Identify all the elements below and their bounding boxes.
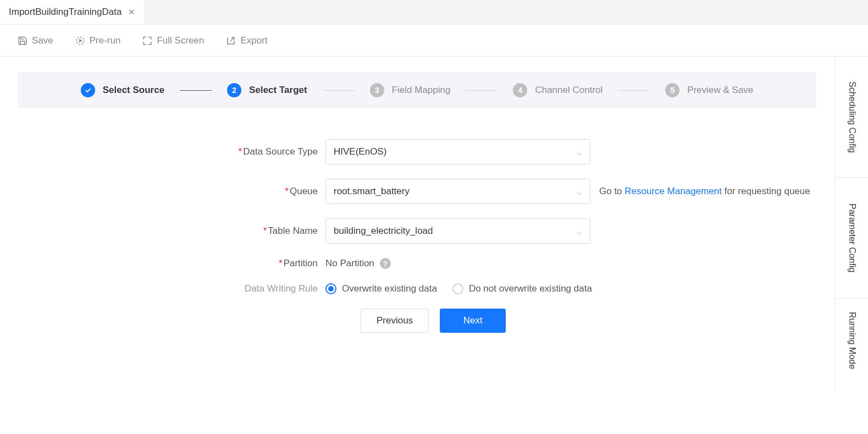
step-label: Select Source	[103, 85, 164, 96]
chevron-down-icon: ⌵	[577, 186, 582, 197]
label-queue: *Queue	[18, 186, 325, 197]
select-value: root.smart_battery	[334, 186, 410, 197]
export-icon	[226, 36, 236, 46]
step-label: Channel Control	[535, 85, 602, 96]
step-label: Field Mapping	[392, 85, 451, 96]
main-content: Select Source 2 Select Target 3 Field Ma…	[0, 57, 834, 333]
close-icon[interactable]: ✕	[128, 7, 135, 17]
queue-hint: Go to Resource Management for requesting…	[599, 186, 810, 197]
save-button[interactable]: Save	[18, 35, 53, 46]
step-number: 3	[370, 83, 384, 97]
select-table-name[interactable]: building_electricity_load ⌵	[325, 218, 590, 244]
step-separator	[180, 90, 212, 91]
radio-checked-icon	[325, 283, 336, 294]
tab-active[interactable]: ImportBuildingTrainingData ✕	[0, 0, 144, 24]
step-preview-save[interactable]: 5 Preview & Save	[665, 83, 753, 97]
step-number: 4	[513, 83, 527, 97]
tab-bar: ImportBuildingTrainingData ✕	[0, 0, 868, 25]
select-value: building_electricity_load	[334, 226, 433, 237]
button-row: Previous Next	[361, 309, 816, 333]
row-table-name: *Table Name building_electricity_load ⌵	[18, 218, 816, 244]
step-separator	[323, 90, 355, 91]
export-button[interactable]: Export	[226, 35, 267, 46]
side-tabs: Scheduling Config Parameter Config Runni…	[835, 57, 868, 391]
row-data-source-type: *Data Source Type HIVE(EnOS) ⌵	[18, 139, 816, 164]
step-select-source[interactable]: Select Source	[81, 83, 164, 97]
save-icon	[18, 36, 27, 46]
radio-unchecked-icon	[452, 283, 463, 294]
partition-value: No Partition ?	[325, 258, 391, 269]
label-partition: *Partition	[18, 258, 325, 269]
chevron-down-icon: ⌵	[577, 226, 582, 237]
select-queue[interactable]: root.smart_battery ⌵	[325, 179, 590, 204]
radio-label: Overwrite existing data	[342, 283, 437, 294]
fullscreen-label: Full Screen	[157, 35, 204, 46]
row-partition: *Partition No Partition ?	[18, 258, 816, 269]
tab-title: ImportBuildingTrainingData	[9, 7, 121, 18]
row-writing-rule: Data Writing Rule Overwrite existing dat…	[18, 283, 816, 294]
step-separator	[466, 90, 497, 91]
step-label: Select Target	[249, 85, 307, 96]
step-number: 2	[227, 83, 241, 97]
step-field-mapping[interactable]: 3 Field Mapping	[370, 83, 451, 97]
check-icon	[81, 83, 95, 97]
label-table-name: *Table Name	[18, 226, 325, 237]
fullscreen-icon	[142, 36, 152, 46]
help-icon[interactable]: ?	[380, 258, 391, 269]
next-button[interactable]: Next	[440, 309, 506, 333]
radio-no-overwrite[interactable]: Do not overwrite existing data	[452, 283, 592, 294]
side-tab-parameter[interactable]: Parameter Config	[836, 178, 868, 299]
writing-rule-radio-group: Overwrite existing data Do not overwrite…	[325, 283, 592, 294]
prerun-button[interactable]: Pre-run	[75, 35, 121, 46]
save-label: Save	[32, 35, 53, 46]
step-channel-control[interactable]: 4 Channel Control	[513, 83, 602, 97]
resource-management-link[interactable]: Resource Management	[624, 186, 722, 196]
label-data-source-type: *Data Source Type	[18, 146, 325, 157]
row-queue: *Queue root.smart_battery ⌵ Go to Resour…	[18, 179, 816, 204]
step-label: Preview & Save	[687, 85, 753, 96]
prerun-label: Pre-run	[90, 35, 121, 46]
step-number: 5	[665, 83, 679, 97]
label-writing-rule: Data Writing Rule	[18, 283, 325, 294]
previous-button[interactable]: Previous	[361, 309, 429, 333]
export-label: Export	[240, 35, 267, 46]
step-separator	[618, 90, 650, 91]
side-tab-running[interactable]: Running Mode	[836, 299, 868, 391]
radio-label: Do not overwrite existing data	[469, 283, 592, 294]
fullscreen-button[interactable]: Full Screen	[142, 35, 204, 46]
prerun-icon	[75, 36, 85, 46]
steps-bar: Select Source 2 Select Target 3 Field Ma…	[18, 72, 816, 108]
target-form: *Data Source Type HIVE(EnOS) ⌵ *Queue ro…	[18, 108, 816, 333]
side-tab-scheduling[interactable]: Scheduling Config	[836, 57, 868, 178]
select-data-source-type[interactable]: HIVE(EnOS) ⌵	[325, 139, 590, 164]
toolbar: Save Pre-run Full Screen Export	[0, 25, 868, 57]
radio-overwrite[interactable]: Overwrite existing data	[325, 283, 437, 294]
chevron-down-icon: ⌵	[577, 146, 582, 158]
select-value: HIVE(EnOS)	[334, 146, 386, 157]
step-select-target[interactable]: 2 Select Target	[227, 83, 307, 97]
